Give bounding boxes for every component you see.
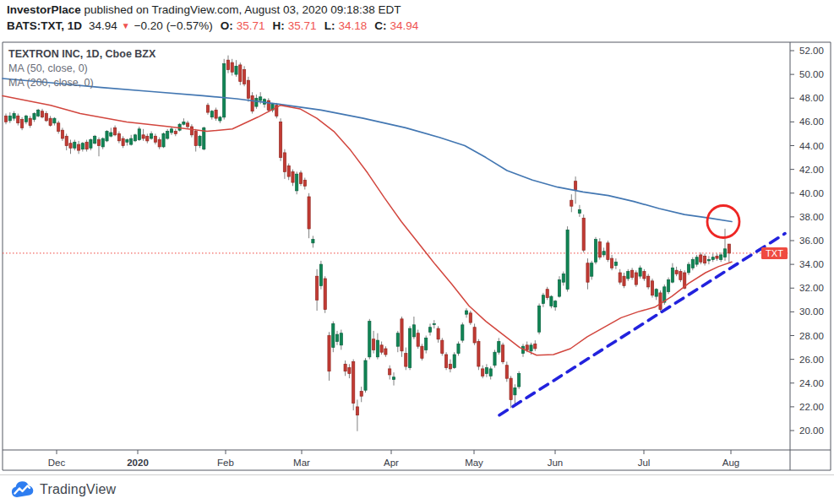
candle bbox=[110, 133, 112, 136]
candle bbox=[25, 116, 27, 122]
chart-title[interactable]: TEXTRON INC, 1D, Cboe BZX bbox=[8, 47, 155, 62]
tradingview-logo[interactable]: TradingView bbox=[11, 481, 116, 498]
last-price: 34.94 bbox=[89, 18, 117, 34]
candle bbox=[303, 180, 306, 186]
candle bbox=[122, 138, 124, 145]
candle bbox=[57, 123, 60, 132]
candle bbox=[687, 264, 690, 273]
candle bbox=[465, 311, 467, 314]
price-label-badge[interactable]: TXT bbox=[761, 247, 788, 259]
candle bbox=[352, 361, 355, 403]
candle bbox=[607, 243, 609, 260]
candle bbox=[292, 171, 294, 182]
candle bbox=[74, 142, 76, 148]
price-tick-label: 46.00 bbox=[799, 117, 824, 127]
time-tick-label: 2020 bbox=[127, 458, 149, 468]
candle bbox=[392, 377, 395, 380]
candle bbox=[332, 323, 335, 347]
trendline[interactable] bbox=[499, 234, 785, 415]
price-tick-label: 50.00 bbox=[799, 69, 824, 79]
ma200-legend[interactable]: MA (200, close, 0) bbox=[8, 76, 155, 90]
candle bbox=[635, 273, 637, 285]
price-tick-label: 40.00 bbox=[799, 188, 824, 198]
candle bbox=[700, 255, 702, 262]
candle bbox=[723, 249, 726, 257]
candle bbox=[223, 64, 226, 117]
candle bbox=[728, 244, 730, 253]
tradingview-cloud-icon bbox=[11, 481, 34, 498]
candle bbox=[90, 140, 92, 149]
candle bbox=[247, 80, 249, 98]
candle bbox=[591, 263, 593, 277]
header: InvestorPlace published on TradingView.c… bbox=[7, 2, 418, 34]
candle bbox=[190, 127, 193, 135]
candle bbox=[518, 374, 521, 387]
candle bbox=[259, 97, 262, 100]
candle bbox=[695, 257, 698, 264]
high-label: H: bbox=[273, 18, 285, 34]
candle bbox=[425, 338, 428, 350]
candle bbox=[8, 116, 11, 121]
candle bbox=[493, 352, 496, 366]
candle bbox=[441, 340, 444, 354]
candle bbox=[231, 62, 233, 72]
symbol-label[interactable]: BATS:TXT, 1D bbox=[7, 18, 82, 34]
candle bbox=[631, 270, 634, 277]
ma50-legend[interactable]: MA (50, close, 0) bbox=[8, 62, 155, 76]
candle bbox=[280, 122, 282, 157]
candle bbox=[368, 322, 371, 357]
candle bbox=[210, 111, 213, 117]
candle bbox=[162, 133, 165, 147]
candle bbox=[170, 129, 172, 133]
candle bbox=[655, 290, 657, 296]
candle bbox=[412, 325, 415, 337]
candle bbox=[570, 200, 573, 206]
candle bbox=[401, 319, 403, 351]
time-tick-label: May bbox=[465, 458, 483, 468]
candle bbox=[328, 336, 330, 371]
time-tick-label: Jun bbox=[548, 458, 564, 468]
candle bbox=[659, 293, 662, 310]
candle bbox=[364, 360, 367, 390]
candle bbox=[215, 110, 217, 118]
candle bbox=[461, 325, 464, 340]
candle bbox=[45, 114, 47, 121]
candle bbox=[554, 301, 557, 307]
candle bbox=[319, 264, 322, 285]
candle bbox=[17, 116, 19, 122]
candle bbox=[78, 144, 80, 150]
candle bbox=[69, 144, 72, 149]
low-label: L: bbox=[324, 18, 335, 34]
candle bbox=[130, 138, 133, 144]
circle-annotation[interactable] bbox=[707, 206, 739, 238]
candle bbox=[671, 268, 673, 282]
candle bbox=[668, 279, 670, 291]
open-value: 35.71 bbox=[237, 18, 265, 34]
candle bbox=[469, 313, 472, 322]
candle bbox=[389, 369, 391, 375]
price-axis[interactable]: 52.0050.0048.0046.0044.0042.0040.0038.00… bbox=[790, 46, 824, 436]
candle bbox=[373, 339, 375, 350]
candle bbox=[360, 392, 362, 397]
candle bbox=[348, 368, 351, 374]
candle bbox=[134, 135, 136, 141]
candle bbox=[679, 272, 682, 280]
price-tick-label: 22.00 bbox=[799, 402, 824, 412]
price-tick-label: 34.00 bbox=[799, 259, 824, 269]
candle bbox=[226, 60, 229, 69]
candle bbox=[13, 114, 15, 119]
candle bbox=[405, 354, 407, 367]
candle bbox=[324, 279, 326, 310]
candle bbox=[482, 369, 484, 376]
candle bbox=[675, 270, 678, 274]
candle bbox=[489, 369, 492, 376]
time-axis[interactable]: Dec2020FebMarAprMayJunJulAug bbox=[48, 450, 739, 468]
candle bbox=[21, 120, 24, 128]
candle bbox=[49, 118, 52, 125]
candle bbox=[530, 345, 532, 351]
candle bbox=[716, 256, 718, 258]
ma200-line[interactable] bbox=[3, 79, 732, 222]
high-value: 35.71 bbox=[288, 18, 317, 34]
time-tick-label: Aug bbox=[722, 458, 739, 468]
candles bbox=[4, 56, 730, 431]
